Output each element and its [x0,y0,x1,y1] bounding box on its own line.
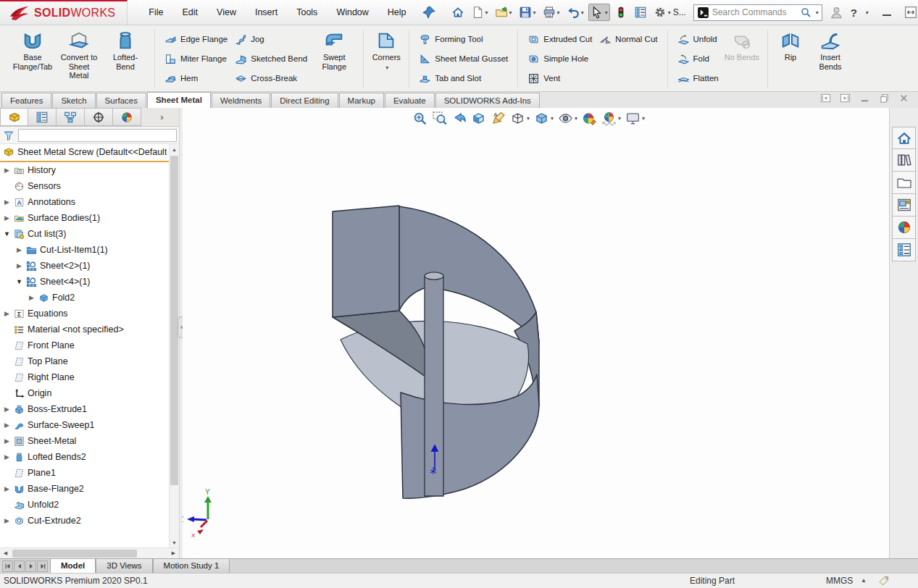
ribbon-button-cross-break[interactable]: Cross-Break [231,69,311,88]
tree-item-front-plane[interactable]: Front Plane [0,337,169,353]
status-units[interactable]: MMGS [826,576,853,586]
tab-features[interactable]: Features [1,93,51,108]
ribbon-button-sketched-bend[interactable]: Sketched Bend [231,49,311,68]
graphics-viewport[interactable]: Y Z X A▾▾▾▾▾ [183,108,889,558]
ribbon-button-extruded-cut[interactable]: Extruded Cut [524,30,596,49]
dropdown-arrow-icon[interactable]: ▾ [527,115,530,122]
tree-item-sensors[interactable]: Sensors [0,178,169,194]
tree-item-plane1[interactable]: Plane1 [0,465,169,481]
ribbon-button-rip[interactable]: Rip [774,28,807,90]
tag-icon[interactable] [878,575,890,587]
featuremanager-tab[interactable] [0,108,28,126]
minimize-button[interactable] [880,6,893,19]
ribbon-button-vent[interactable]: Vent [524,69,596,88]
ribbon-button-lofted-bend[interactable]: Lofted-Bend [102,28,149,90]
tree-item-origin[interactable]: Origin [0,385,169,401]
menu-edit[interactable]: Edit [173,0,208,25]
taskpane-file-explorer-button[interactable] [892,172,916,194]
expand-arrow-icon[interactable]: ▶ [3,167,11,174]
prev-tab-button[interactable] [14,560,25,572]
dropdown-arrow-icon[interactable]: ▾ [385,64,388,73]
collapse-arrow-icon[interactable]: ▼ [15,278,23,285]
menu-insert[interactable]: Insert [246,0,287,25]
pin-icon[interactable] [422,5,436,20]
rebuild-traffic-light-button[interactable] [612,4,630,21]
expand-arrow-icon[interactable]: ▶ [15,246,23,253]
tree-item-cut-list-item1-1[interactable]: ▶Cut-List-Item1(1) [0,242,169,258]
tree-item-base-flange2[interactable]: ▶Base-Flange2 [0,481,169,497]
undo-button[interactable]: ▾ [564,4,586,21]
previous-view-button[interactable] [451,110,467,127]
ribbon-button-normal-cut[interactable]: Normal Cut [596,30,661,49]
doc-tab-model[interactable]: Model [50,558,96,573]
settings-gear-button[interactable]: ▾ [651,4,673,21]
ribbon-button-swept-flange[interactable]: Swept Flange [311,28,357,90]
ribbon-button-edge-flange[interactable]: Edge Flange [161,30,231,49]
menu-window[interactable]: Window [327,0,377,25]
expand-arrow-icon[interactable]: ▶ [28,294,36,301]
tab-weldments[interactable]: Weldments [212,93,270,108]
expand-arrow-icon[interactable]: ▶ [15,262,23,269]
configurationmanager-tab[interactable] [57,108,85,126]
hide-show-items-button[interactable]: ▾ [557,110,578,127]
menu-tools[interactable]: Tools [287,0,327,25]
ribbon-button-sheet-metal-gusset[interactable]: Sheet Metal Gusset [415,49,512,68]
tree-item-fold2[interactable]: ▶Fold2 [0,290,169,306]
save-button[interactable]: ▾ [517,4,538,21]
propertymanager-tab[interactable] [28,108,57,126]
tree-item-boss-extrude1[interactable]: ▶Boss-Extrude1 [0,401,169,417]
ribbon-button-unfold[interactable]: Unfold [674,30,722,49]
zoom-to-fit-button[interactable] [412,110,428,127]
ribbon-button-jog[interactable]: Jog [231,30,311,49]
doc-close-button[interactable] [898,93,909,106]
next-doc-button[interactable] [840,93,851,106]
tree-item-cut-list-3[interactable]: ▼Cut list(3) [0,226,169,242]
tree-item-top-plane[interactable]: Top Plane [0,353,169,369]
last-tab-button[interactable] [37,560,48,572]
panel-expand-arrow[interactable]: › [141,108,183,126]
ribbon-button-corners[interactable]: Corners▾ [370,28,403,90]
help-button[interactable]: ? [851,7,857,19]
scroll-right-icon[interactable]: ▶ [168,548,179,558]
scroll-down-icon[interactable]: ▼ [170,537,179,547]
search-input[interactable] [712,7,797,17]
tree-item-sheet-2-1[interactable]: ▶Sheet<2>(1) [0,258,169,274]
annotation-views-button[interactable]: A [490,110,506,127]
ribbon-button-forming-tool[interactable]: Forming Tool [415,30,512,49]
doc-tab-3d-views[interactable]: 3D Views [96,558,152,573]
dropdown-arrow-icon[interactable]: ▾ [533,9,536,16]
tab-sheet-metal[interactable]: Sheet Metal [147,92,211,108]
select-cursor-button[interactable]: ▾ [588,4,610,21]
ribbon-button-hem[interactable]: Hem [161,69,231,88]
filter-funnel-icon[interactable] [3,130,14,141]
displaymanager-tab[interactable] [113,108,141,126]
tree-horizontal-scrollbar[interactable]: ◀ ▶ [0,547,179,558]
display-style-button[interactable]: ▾ [533,110,554,127]
hscroll-thumb[interactable] [12,550,137,558]
tree-item-equations[interactable]: ▶ΣEquations [0,306,169,322]
dropdown-arrow-icon[interactable]: ▾ [581,9,584,16]
dropdown-arrow-icon[interactable]: ▾ [551,115,554,122]
search-dropdown-icon[interactable]: ▾ [816,9,819,16]
dropdown-arrow-icon[interactable]: ▾ [485,9,488,16]
ribbon-button-convert-to-sheet-metal[interactable]: Convert to Sheet Metal [56,28,102,90]
tree-item-right-plane[interactable]: Right Plane [0,369,169,385]
tree-item-annotations[interactable]: ▶AAnnotations [0,194,169,210]
tree-item-sheet-metal[interactable]: ▶Sheet-Metal [0,433,169,449]
dropdown-arrow-icon[interactable]: ▾ [618,115,621,122]
expand-arrow-icon[interactable]: ▶ [3,485,11,492]
tab-markup[interactable]: Markup [339,93,384,108]
prev-doc-button[interactable] [820,93,831,106]
model-3d[interactable]: Y Z X [183,108,889,558]
new-document-button[interactable]: ▾ [469,4,491,21]
expand-arrow-icon[interactable]: ▶ [3,214,11,222]
doc-restore-button[interactable] [879,93,890,106]
tree-item-cut-extrude2[interactable]: ▶Cut-Extrude2 [0,513,169,529]
doc-tab-motion-study-1[interactable]: Motion Study 1 [153,558,230,573]
tab-surfaces[interactable]: Surfaces [96,93,146,108]
tree-filter-input[interactable] [18,129,177,142]
zoom-to-area-button[interactable] [431,110,448,127]
print-button[interactable]: ▾ [541,4,562,21]
taskpane-appearances-scenes-button[interactable] [892,217,916,239]
tree-item-sheet-4-1[interactable]: ▼Sheet<4>(1) [0,274,169,290]
